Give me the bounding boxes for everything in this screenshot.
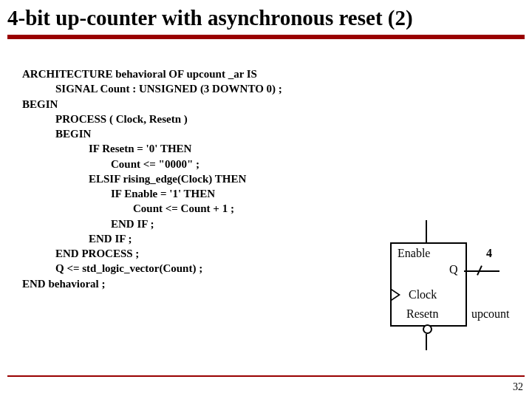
clock-edge-icon-fill: [392, 290, 398, 299]
resetn-label: Resetn: [406, 307, 439, 321]
clock-label: Clock: [409, 288, 437, 301]
title-rule: [7, 35, 525, 39]
block-diagram: Enable Q 4 Clock Resetn upcount: [384, 214, 517, 355]
code-line: BEGIN: [22, 128, 91, 140]
code-line: END PROCESS ;: [22, 248, 139, 259]
enable-label: Enable: [398, 247, 430, 260]
code-line: Q <= std_logic_vector(Count) ;: [22, 262, 202, 274]
code-line: Count <= Count + 1 ;: [22, 202, 234, 214]
code-line: IF Enable = '1' THEN: [22, 188, 215, 200]
q-label: Q: [449, 263, 458, 276]
page-number: 32: [513, 381, 523, 393]
code-line: END IF ;: [22, 218, 154, 230]
vhdl-code: ARCHITECTURE behavioral OF upcount _ar I…: [22, 66, 282, 291]
footer-rule: [7, 375, 525, 377]
code-line: IF Resetn = '0' THEN: [22, 143, 191, 154]
enable-wire: [426, 220, 427, 242]
block-name-label: upcount: [471, 307, 510, 321]
bus-width-label: 4: [486, 247, 492, 260]
resetn-wire: [426, 334, 427, 350]
code-line: SIGNAL Count : UNSIGNED (3 DOWNTO 0) ;: [22, 83, 282, 95]
code-line: Count <= "0000" ;: [22, 158, 200, 170]
code-line: END IF ;: [22, 233, 132, 245]
code-line: ARCHITECTURE behavioral OF upcount _ar I…: [22, 68, 257, 80]
code-line: BEGIN: [22, 98, 58, 110]
code-line: PROCESS ( Clock, Resetn ): [22, 113, 188, 125]
inversion-bubble-icon: [423, 324, 432, 334]
code-line: ELSIF rising_edge(Clock) THEN: [22, 173, 246, 185]
code-line: END behavioral ;: [22, 278, 106, 290]
q-wire: [464, 270, 499, 272]
slide-title: 4-bit up-counter with asynchronous reset…: [0, 0, 532, 35]
